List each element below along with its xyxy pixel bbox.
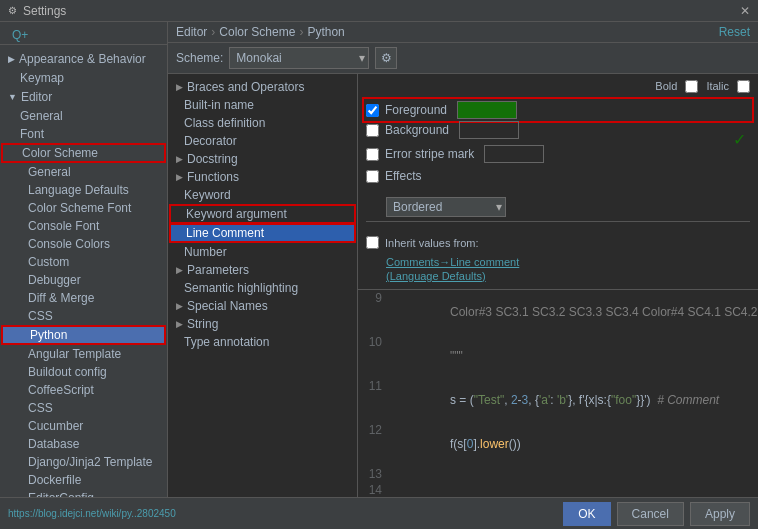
foreground-row: Foreground <box>366 101 750 119</box>
sidebar-item-database[interactable]: Database <box>0 435 167 453</box>
tree-item-semantic[interactable]: Semantic highlighting <box>168 279 357 297</box>
close-button[interactable]: ✕ <box>740 4 750 18</box>
breadcrumb-color-scheme: Color Scheme <box>219 25 295 39</box>
code-line-12: 12 f(s[0].lower()) <box>358 422 758 466</box>
inherit-checkbox[interactable] <box>366 236 379 249</box>
status-url: https://blog.idejci.net/wiki/py..2802450 <box>8 508 176 519</box>
background-checkbox[interactable] <box>366 124 379 137</box>
effect-dropdown-wrap[interactable]: Bordered Underline Bold underline <box>386 197 506 217</box>
inherit-link[interactable]: Comments→Line comment(Language Defaults) <box>386 256 519 282</box>
background-color-box[interactable] <box>459 121 519 139</box>
tree-item-docstring[interactable]: ▶ Docstring <box>168 150 357 168</box>
bold-label: Bold <box>655 80 677 93</box>
code-line-10: 10 """ <box>358 334 758 378</box>
bottom-bar: https://blog.idejci.net/wiki/py..2802450… <box>0 497 758 529</box>
sidebar-item-diff-merge[interactable]: Diff & Merge <box>0 289 167 307</box>
title-bar-title: Settings <box>23 4 66 18</box>
tree-item-special[interactable]: ▶ Special Names <box>168 297 357 315</box>
sidebar-item-css2[interactable]: CSS <box>0 399 167 417</box>
background-row: Background <box>366 121 750 139</box>
sidebar-item-console-colors[interactable]: Console Colors <box>0 235 167 253</box>
sidebar-item-console-font[interactable]: Console Font <box>0 217 167 235</box>
foreground-color-box[interactable] <box>457 101 517 119</box>
sidebar-item-appearance[interactable]: ▶ Appearance & Behavior <box>0 49 167 69</box>
sidebar-item-django[interactable]: Django/Jinja2 Template <box>0 453 167 471</box>
inherit-label: Inherit values from: <box>385 237 479 249</box>
effects-checkbox[interactable] <box>366 170 379 183</box>
effect-dropdown-row: Bordered Underline Bold underline <box>386 197 750 217</box>
settings-icon: ⚙ <box>8 5 17 16</box>
effects-row: Effects <box>366 169 750 183</box>
ok-button[interactable]: OK <box>563 502 610 526</box>
sidebar-item-css[interactable]: CSS <box>0 307 167 325</box>
tree-item-string[interactable]: ▶ String <box>168 315 357 333</box>
effect-dropdown[interactable]: Bordered Underline Bold underline <box>386 197 506 217</box>
code-line-14: 14 class Foo: <box>358 482 758 497</box>
sidebar-item-language-defaults[interactable]: Language Defaults <box>0 181 167 199</box>
tree-item-decorator[interactable]: Decorator <box>168 132 357 150</box>
scheme-dropdown[interactable]: Monokai Default Darcula <box>229 47 369 69</box>
tree-item-braces[interactable]: ▶ Braces and Operators <box>168 78 357 96</box>
sidebar-item-angular[interactable]: Angular Template <box>0 345 167 363</box>
cancel-button[interactable]: Cancel <box>617 502 684 526</box>
error-stripe-color-box[interactable] <box>484 145 544 163</box>
tree-item-line-comment[interactable]: Line Comment <box>170 224 355 242</box>
background-label: Background <box>385 123 449 137</box>
sidebar-item-color-scheme-font[interactable]: Color Scheme Font <box>0 199 167 217</box>
tree-item-number[interactable]: Number <box>168 243 357 261</box>
sidebar-item-buildout[interactable]: Buildout config <box>0 363 167 381</box>
sidebar-item-editor[interactable]: ▼ Editor <box>0 87 167 107</box>
sidebar-item-cucumber[interactable]: Cucumber <box>0 417 167 435</box>
breadcrumb-python: Python <box>307 25 344 39</box>
effects-label: Effects <box>385 169 421 183</box>
breadcrumb-editor: Editor <box>176 25 207 39</box>
checkmark-indicator: ✓ <box>733 130 746 149</box>
content-area: ▶ Braces and Operators Built-in name Cla… <box>168 74 758 497</box>
right-panel: Editor › Color Scheme › Python Reset Sch… <box>168 22 758 497</box>
scheme-dropdown-wrap[interactable]: Monokai Default Darcula <box>229 47 369 69</box>
sidebar-item-custom[interactable]: Custom <box>0 253 167 271</box>
bold-italic-row: Bold Italic <box>366 80 750 93</box>
foreground-label: Foreground <box>385 103 447 117</box>
sidebar-item-keymap[interactable]: Keymap <box>0 69 167 87</box>
color-settings: Bold Italic Foreground Background <box>358 74 758 290</box>
italic-checkbox[interactable] <box>737 80 750 93</box>
sidebar-item-font[interactable]: Font <box>0 125 167 143</box>
code-line-9: 9 Color#3 SC3.1 SC3.2 SC3.3 SC3.4 Color#… <box>358 290 758 334</box>
breadcrumb: Editor › Color Scheme › Python Reset <box>168 22 758 43</box>
code-line-13: 13 <box>358 466 758 482</box>
sidebar-item-python[interactable]: Python <box>2 326 165 344</box>
sidebar-item-editorconfig[interactable]: EditorConfig <box>0 489 167 497</box>
divider <box>366 221 750 222</box>
sidebar-item-debugger[interactable]: Debugger <box>0 271 167 289</box>
tree-item-parameters[interactable]: ▶ Parameters <box>168 261 357 279</box>
foreground-checkbox[interactable] <box>366 104 379 117</box>
sidebar-item-general2[interactable]: General <box>0 163 167 181</box>
sidebar-item-coffeescript[interactable]: CoffeeScript <box>0 381 167 399</box>
apply-button[interactable]: Apply <box>690 502 750 526</box>
sidebar-search[interactable]: Q+ <box>0 26 167 45</box>
sidebar-item-dockerfile[interactable]: Dockerfile <box>0 471 167 489</box>
sidebar: Q+ ▶ Appearance & Behavior Keymap ▼ Edit… <box>0 22 168 497</box>
sidebar-item-color-scheme[interactable]: Color Scheme <box>2 144 165 162</box>
scheme-bar: Scheme: Monokai Default Darcula ⚙ <box>168 43 758 74</box>
error-stripe-checkbox[interactable] <box>366 148 379 161</box>
error-stripe-label: Error stripe mark <box>385 147 474 161</box>
tree-item-builtin[interactable]: Built-in name <box>168 96 357 114</box>
tree-item-type-ann[interactable]: Type annotation <box>168 333 357 351</box>
code-preview: 9 Color#3 SC3.1 SC3.2 SC3.3 SC3.4 Color#… <box>358 290 758 497</box>
italic-label: Italic <box>706 80 729 93</box>
bold-checkbox[interactable] <box>685 80 698 93</box>
scheme-gear-button[interactable]: ⚙ <box>375 47 397 69</box>
code-line-11: 11 s = ("Test", 2-3, {'a': 'b'}, f'{x|s:… <box>358 378 758 422</box>
sidebar-item-general[interactable]: General <box>0 107 167 125</box>
tree-item-keyword[interactable]: Keyword <box>168 186 357 204</box>
title-bar: ⚙ Settings ✕ <box>0 0 758 22</box>
tree-item-functions[interactable]: ▶ Functions <box>168 168 357 186</box>
error-stripe-row: Error stripe mark <box>366 145 750 163</box>
inherit-section: Inherit values from: Comments→Line comme… <box>366 236 750 283</box>
tree-item-class-def[interactable]: Class definition <box>168 114 357 132</box>
tree-item-keyword-arg[interactable]: Keyword argument <box>170 205 355 223</box>
reset-button[interactable]: Reset <box>719 25 750 39</box>
tree-panel: ▶ Braces and Operators Built-in name Cla… <box>168 74 358 497</box>
